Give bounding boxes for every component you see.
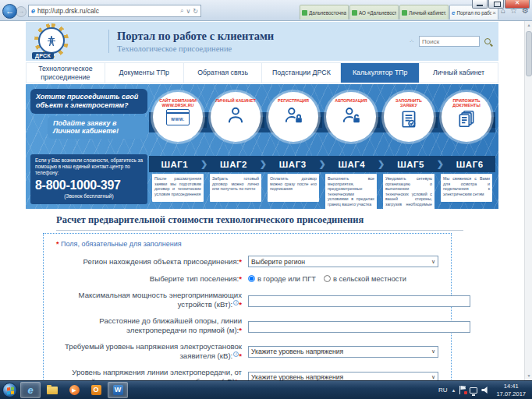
max-power-label: Максимальная мощность энергопринимающих … bbox=[56, 291, 242, 309]
search-magnifier-icon[interactable] bbox=[484, 38, 491, 44]
action-center-flag-icon[interactable] bbox=[459, 386, 466, 394]
radio-rural[interactable]: в сельской местности bbox=[324, 275, 406, 283]
nav-tab-kalkulyator[interactable]: Калькулятор ТПр bbox=[341, 63, 420, 83]
vertical-scrollbar[interactable]: ▲ ▼ bbox=[524, 21, 532, 380]
circle-prilozhit-dokumenty[interactable]: ПРИЛОЖИТЬ ДОКУМЕНТЫ bbox=[438, 87, 495, 154]
taskbar-media-player[interactable]: ▶ bbox=[64, 382, 84, 398]
contact-center-box: Если у Вас возникли сложности, обратитес… bbox=[30, 154, 147, 204]
speaker-icon[interactable] bbox=[481, 387, 489, 394]
step-description: Уведомить сетевую организацию о выполнен… bbox=[383, 174, 434, 209]
scroll-down-icon[interactable]: ▼ bbox=[525, 372, 532, 380]
page-viewport: ДРСК Портал по работе с клиентами Технол… bbox=[0, 21, 524, 380]
windows-flag-icon bbox=[7, 387, 14, 395]
radio-city-input[interactable] bbox=[248, 275, 255, 282]
banner-bubble-question: Хотите присоединить свой объект к электр… bbox=[30, 89, 147, 114]
region-select[interactable]: Выберите регион∨ bbox=[248, 256, 438, 267]
folder-icon bbox=[47, 387, 58, 394]
person-icon bbox=[225, 104, 246, 125]
refresh-icon[interactable]: ↻ bbox=[193, 8, 198, 15]
person-lock-icon bbox=[341, 104, 361, 125]
distance-input[interactable] bbox=[248, 321, 470, 333]
form-title: Расчет предварительной стоимости техноло… bbox=[56, 214, 463, 231]
minimize-button[interactable] bbox=[472, 0, 488, 9]
nav-tab-tehprisoedinenie[interactable]: Технологическое присоединение bbox=[26, 63, 105, 83]
step-description: Оплатить договор можно сразу после его п… bbox=[268, 174, 319, 202]
settlement-type-label: Выберите тип поселения:* bbox=[56, 274, 242, 284]
nav-tab-podstancii[interactable]: Подстанции ДРСК bbox=[262, 63, 341, 83]
start-button[interactable] bbox=[2, 383, 17, 397]
search-icon[interactable]: ⌕ bbox=[180, 7, 183, 15]
chevron-down-icon: ∨ bbox=[431, 374, 435, 380]
circle-registraciya[interactable]: РЕГИСТРАЦИЯ bbox=[264, 87, 322, 154]
required-voltage-label: Требуемый уровень напряжения электроуста… bbox=[56, 342, 242, 361]
circle-avtorizaciya[interactable]: АВТОРИЗАЦИЯ bbox=[322, 87, 380, 154]
logo-text: ДРСК bbox=[32, 52, 54, 59]
site-header: ДРСК Портал по работе с клиентами Технол… bbox=[26, 22, 498, 61]
steps-band: ШАГ1 ❯ ШАГ2 ❯ ШАГ3 ❯ ШАГ4 ❯ ШАГ5 ❯ ШАГ6 bbox=[149, 156, 495, 172]
step-title: ШАГ1 bbox=[149, 160, 200, 169]
chevron-right-icon: ❯ bbox=[259, 159, 267, 169]
phone-note: (Звонок бесплатный) bbox=[35, 193, 143, 199]
taskbar-internet-explorer[interactable]: e bbox=[20, 382, 41, 398]
forward-button[interactable]: → bbox=[16, 6, 27, 17]
nav-tab-obratnaya-svyaz[interactable]: Обратная связь bbox=[184, 63, 263, 83]
circle-zapolnit-zayavku[interactable]: ЗАПОЛНИТЬ ЗАЯВКУ bbox=[380, 87, 438, 154]
circle-site[interactable]: САЙТ КОМПАНИИ WWW.DRSK.RU WWW. bbox=[149, 87, 207, 154]
maximize-button[interactable] bbox=[488, 0, 504, 9]
step-title: ШАГ6 bbox=[444, 160, 495, 169]
taskbar-windows-explorer[interactable] bbox=[42, 382, 62, 398]
browser-tab-3[interactable]: Личный кабинет. Техно... bbox=[399, 5, 449, 19]
step-title: ШАГ2 bbox=[208, 160, 260, 169]
close-window-button[interactable] bbox=[505, 0, 530, 9]
step-description: После рассмотрения заявки мы подготовим … bbox=[152, 174, 204, 202]
language-icon[interactable]: ∴ bbox=[410, 38, 414, 44]
radio-rural-input[interactable] bbox=[324, 275, 331, 282]
clock[interactable]: 14:41 17.07.2017 bbox=[493, 383, 529, 398]
banner-bubble-cta[interactable]: Подайте заявку в Личном кабинете! bbox=[48, 116, 147, 139]
browser-window-icon: WWW. bbox=[166, 109, 190, 125]
search-input[interactable] bbox=[419, 36, 480, 47]
contact-text: Если у Вас возникли сложности, обратитес… bbox=[35, 157, 143, 176]
network-icon[interactable] bbox=[470, 387, 477, 394]
scrollbar-thumb[interactable] bbox=[526, 31, 532, 76]
max-power-input[interactable] bbox=[248, 295, 470, 307]
chevron-right-icon: ❯ bbox=[436, 159, 444, 169]
system-tray: RU ▲ 14:41 17.07.2017 bbox=[438, 383, 532, 398]
circle-lichny-kabinet[interactable]: ЛИЧНЫЙ КАБИНЕТ bbox=[207, 87, 264, 154]
taskbar-word[interactable]: W bbox=[108, 382, 128, 398]
distance-label: Расстояние до ближайшей опоры, линии эле… bbox=[56, 316, 242, 335]
step-title: ШАГ4 bbox=[326, 160, 378, 169]
steps-descriptions: После рассмотрения заявки мы подготовим … bbox=[149, 174, 495, 209]
browser-tab-1[interactable]: Дальневосточная распр... bbox=[300, 5, 349, 19]
close-tab-icon[interactable]: × bbox=[492, 9, 496, 16]
nav-tab-dokumenty[interactable]: Документы ТПр bbox=[105, 63, 184, 83]
tray-expand-icon[interactable]: ▲ bbox=[452, 388, 456, 393]
page-icon bbox=[352, 10, 357, 16]
taskbar: e ▶ O W RU ▲ 14:41 17.07.2017 bbox=[0, 380, 532, 399]
line-voltage-select[interactable]: Укажите уровень напряжения∨ bbox=[248, 372, 438, 380]
calculator-form: * Поля, обязательные для заполнения Реги… bbox=[43, 233, 452, 380]
required-voltage-select[interactable]: Укажите уровень напряжения∨ bbox=[248, 346, 438, 358]
language-indicator[interactable]: RU bbox=[438, 387, 448, 394]
nav-tab-lichny-kabinet[interactable]: Личный кабинет bbox=[420, 63, 498, 83]
back-button[interactable]: ← bbox=[2, 4, 17, 19]
browser-chrome: ← → e http://utp.drsk.ru/calc ⌕ ∨ ↻ Даль… bbox=[0, 0, 532, 21]
scroll-up-icon[interactable]: ▲ bbox=[525, 21, 532, 30]
media-player-icon: ▶ bbox=[69, 385, 80, 395]
line-voltage-label: Уровень напряжения линии электропередачи… bbox=[56, 368, 242, 380]
address-bar[interactable]: e http://utp.drsk.ru/calc ⌕ ∨ ↻ bbox=[28, 5, 201, 17]
drsk-logo[interactable]: ДРСК bbox=[32, 23, 73, 59]
url-text[interactable]: http://utp.drsk.ru/calc bbox=[37, 7, 178, 15]
documents-stack-icon bbox=[456, 109, 477, 129]
ie-icon: e bbox=[27, 384, 33, 396]
radio-city[interactable]: в городе или ПГТ bbox=[248, 275, 316, 283]
address-dropdown-icon[interactable]: ∨ bbox=[186, 8, 190, 15]
word-icon: W bbox=[113, 385, 123, 395]
outlook-icon: O bbox=[91, 385, 101, 395]
window-controls bbox=[471, 0, 530, 9]
browser-tab-2[interactable]: АО «Дальневосточная р... bbox=[349, 5, 399, 19]
person-lock-icon bbox=[283, 104, 303, 125]
page-subtitle: Технологическое присоединение bbox=[117, 44, 274, 53]
tray-date: 17.07.2017 bbox=[496, 390, 526, 398]
taskbar-outlook[interactable]: O bbox=[86, 382, 106, 398]
